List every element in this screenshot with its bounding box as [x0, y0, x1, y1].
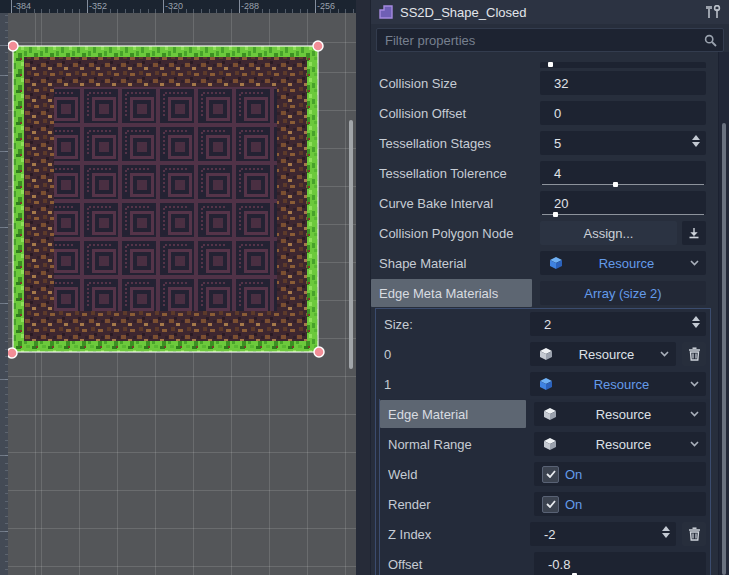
property-row-z-index: Z Index -2 — [380, 519, 710, 549]
delete-item-button[interactable] — [682, 342, 706, 366]
assign-node-button[interactable]: Assign... — [540, 221, 677, 245]
inspector-panel: SS2D_Shape_Closed — [370, 0, 729, 575]
property-label: Collision Polygon Node — [379, 226, 540, 241]
clipped-field[interactable] — [540, 62, 706, 68]
inspector-header: SS2D_Shape_Closed — [371, 0, 729, 24]
property-row-curve-bake-interval: Curve Bake Interval 20 — [371, 188, 729, 218]
slider-grabber[interactable] — [553, 212, 558, 217]
collision-offset-field[interactable]: 0 — [540, 101, 706, 125]
item-1-resource-dropdown[interactable]: Resource — [530, 372, 706, 396]
array-editor-panel: Size: 2 0 — [375, 308, 711, 575]
array-size-row: Size: 2 — [376, 309, 710, 339]
slider-grabber[interactable] — [613, 182, 618, 187]
tessellation-stages-spinner[interactable]: 5 — [540, 131, 706, 155]
tools-menu-icon[interactable] — [705, 5, 721, 19]
chevron-down-icon — [690, 381, 699, 387]
property-label-selected[interactable]: Edge Meta Materials — [371, 279, 532, 307]
property-label: Normal Range — [388, 437, 534, 452]
property-label: Z Index — [388, 527, 530, 542]
ruler-horizontal: -384 -352 -320 -288 -256 — [8, 0, 356, 13]
resource-subpanel: Edge Material Resource — [379, 399, 710, 575]
spinbox-arrows-icon[interactable] — [692, 316, 700, 328]
resource-cube-icon — [543, 407, 557, 421]
array-size-spinner[interactable]: 2 — [530, 312, 706, 336]
z-index-spinner[interactable]: -2 — [530, 522, 676, 546]
viewport-2d[interactable]: -384 -352 -320 -288 -256 — [0, 0, 356, 575]
shape-material-resource-dropdown[interactable]: Resource — [540, 251, 706, 275]
property-row-normal-range: Normal Range Resource — [380, 429, 710, 459]
spinbox-arrows-icon[interactable] — [662, 526, 670, 538]
chevron-down-icon — [690, 441, 699, 447]
curve-bake-interval-slider[interactable]: 20 — [540, 191, 706, 215]
spinbox-arrows-icon[interactable] — [692, 135, 700, 147]
chevron-down-icon — [660, 351, 669, 357]
edge-meta-materials-array-button[interactable]: Array (size 2) — [540, 281, 706, 305]
weld-checkbox-field[interactable]: On — [534, 462, 706, 486]
resource-cube-icon — [549, 256, 563, 270]
delete-item-button[interactable] — [682, 522, 706, 546]
trash-icon — [688, 347, 701, 361]
property-label: Shape Material — [379, 256, 540, 271]
render-checkbox-field[interactable]: On — [534, 492, 706, 516]
property-row-edge-meta-materials: Edge Meta Materials Array (size 2) — [371, 278, 729, 308]
array-index-label: 0 — [384, 347, 530, 362]
property-row-collision-polygon-node: Collision Polygon Node Assign... — [371, 218, 729, 248]
array-item-1-row: 1 Resource — [376, 369, 710, 399]
filter-properties-box[interactable] — [376, 28, 724, 52]
viewport-grid[interactable] — [8, 13, 356, 575]
ruler-tick-label: -288 — [241, 0, 259, 13]
dock-splitter[interactable] — [356, 0, 370, 575]
node-shape-icon — [379, 5, 394, 20]
property-label: Curve Bake Interval — [379, 196, 540, 211]
inspector-scrollbar-track[interactable] — [718, 52, 729, 575]
property-label: Weld — [388, 467, 534, 482]
viewport-scrollbar[interactable] — [349, 120, 353, 369]
property-label: Offset — [388, 557, 534, 572]
property-row-edge-material: Edge Material Resource — [380, 399, 710, 429]
checkbox-checked-icon[interactable] — [542, 466, 559, 483]
normal-range-resource-dropdown[interactable]: Resource — [534, 432, 706, 456]
property-row-tessellation-tolerence: Tessellation Tolerence 4 — [371, 158, 729, 188]
godot-editor: -384 -352 -320 -288 -256 SS2D_Shape_Clos… — [0, 0, 729, 575]
resource-cube-icon — [543, 437, 557, 451]
inspected-node-title: SS2D_Shape_Closed — [400, 5, 705, 20]
pick-node-button[interactable] — [682, 221, 706, 245]
array-item-0-row: 0 Resource — [376, 339, 710, 369]
collision-size-field[interactable]: 32 — [540, 71, 706, 95]
property-row-collision-offset: Collision Offset 0 — [371, 98, 729, 128]
property-row-shape-material: Shape Material Resource — [371, 248, 729, 278]
filter-bar — [371, 24, 729, 54]
property-row-render: Render On — [380, 489, 710, 519]
filter-properties-input[interactable] — [377, 33, 704, 48]
property-label: Render — [388, 497, 534, 512]
property-row-weld: Weld On — [380, 459, 710, 489]
chevron-down-icon — [690, 260, 699, 266]
inspector-scrollbar-thumb[interactable] — [722, 123, 726, 575]
edge-material-resource-dropdown[interactable]: Resource — [534, 402, 706, 426]
ruler-tick-label: -320 — [165, 0, 183, 13]
ruler-tick-label: -384 — [13, 0, 31, 13]
ruler-vertical — [0, 13, 8, 575]
ruler-tick-label: -256 — [317, 0, 335, 13]
tessellation-tolerence-slider[interactable]: 4 — [540, 161, 706, 185]
property-row-offset: Offset -0.8 — [380, 549, 710, 575]
resource-cube-icon — [539, 347, 553, 361]
item-0-resource-dropdown[interactable]: Resource — [530, 342, 676, 366]
chevron-down-icon — [690, 411, 699, 417]
trash-icon — [688, 527, 701, 541]
property-label: Collision Offset — [379, 106, 540, 121]
offset-slider[interactable]: -0.8 — [534, 552, 706, 575]
property-row-collision-size: Collision Size 32 — [371, 68, 729, 98]
property-label: Tessellation Stages — [379, 136, 540, 151]
property-label: Tessellation Tolerence — [379, 166, 540, 181]
search-icon — [704, 34, 717, 47]
ruler-tick-label: -352 — [89, 0, 107, 13]
property-row-clipped — [371, 54, 729, 68]
ruler-corner — [0, 0, 8, 13]
resource-cube-icon — [539, 377, 553, 391]
property-label: Size: — [384, 317, 530, 332]
pick-node-icon — [688, 227, 700, 239]
property-label-selected[interactable]: Edge Material — [380, 400, 526, 428]
property-list: Collision Size 32 Collision Offset 0 Tes… — [371, 54, 729, 575]
checkbox-checked-icon[interactable] — [542, 496, 559, 513]
